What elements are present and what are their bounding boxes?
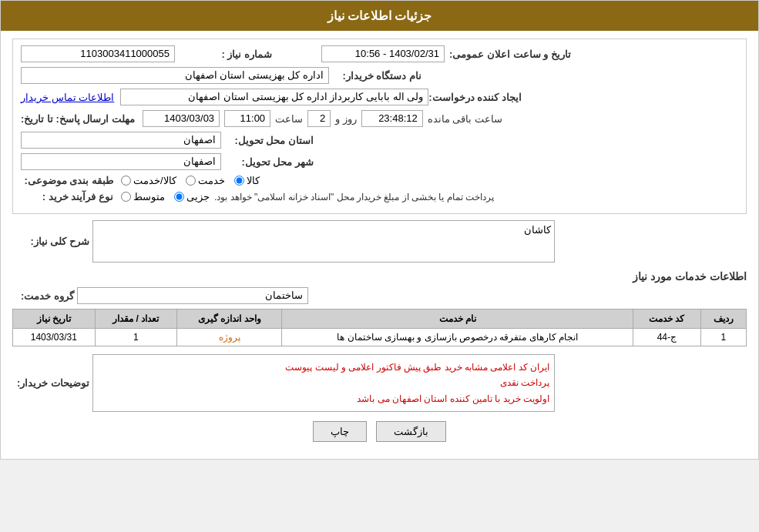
col-radif: ردیف	[700, 309, 746, 329]
buttons-row: بازگشت چاپ	[12, 421, 747, 442]
info-section: تاریخ و ساعت اعلان عمومی: 1403/02/31 - 1…	[12, 38, 747, 214]
radio-khedmat-item: خدمت	[186, 175, 225, 186]
btn-bazgasht[interactable]: بازگشت	[376, 421, 446, 442]
radio-motavaset-label: متوسط	[133, 191, 165, 202]
saat-value: 11:00	[224, 110, 270, 127]
radio-khedmat[interactable]	[186, 176, 196, 186]
row-namDastgah: نام دستگاه خریدار: اداره کل بهزیستی استا…	[21, 67, 738, 84]
row-tabaqebandi: کالا/خدمت خدمت کالا طبقه بندی موضوعی:	[21, 175, 738, 186]
row-tozihKharidar: ایران کد اعلامی مشابه خرید طبق پیش فاکتو…	[12, 354, 747, 412]
radio-jozi-label: جزیی	[186, 191, 210, 202]
groheKhadamat-label: گروه خدمت:	[12, 290, 74, 302]
ettelaatKhadamat-title: اطلاعات خدمات مورد نیاز	[12, 270, 747, 283]
col-vahed: واحد اندازه گیری	[177, 309, 282, 329]
row-shomareNiaz: تاریخ و ساعت اعلان عمومی: 1403/02/31 - 1…	[21, 45, 738, 62]
col-kodKhadamat: کد خدمت	[633, 309, 701, 329]
btn-chap[interactable]: چاپ	[313, 421, 367, 442]
row-ijadKonande: ایجاد کننده درخواست: ولی اله بابایی کارب…	[21, 89, 738, 105]
groheKhadamat-value: ساختمان	[77, 287, 308, 304]
row-mohlatErsalPasokh: ساعت باقی مانده 23:48:12 روز و 2 ساعت 11…	[21, 110, 738, 127]
row-noeFarayand: پرداخت تمام یا بخشی از مبلغ خریدار محل "…	[21, 191, 738, 202]
noeFarayand-radio-group: متوسط جزیی	[121, 191, 210, 202]
row-sharhKolliNiaz: کاشان شرح کلی نیاز:	[12, 220, 747, 263]
content-area: تاریخ و ساعت اعلان عمومی: 1403/02/31 - 1…	[1, 31, 758, 459]
tarikh-label: تاریخ و ساعت اعلان عمومی:	[449, 49, 571, 60]
col-tarikh: تاریخ نیاز	[13, 309, 96, 329]
tarikh-value: 1403/02/31 - 10:56	[321, 45, 445, 62]
tabaqebandi-radio-group: کالا/خدمت خدمت کالا	[121, 175, 260, 186]
shomareNiaz-label: شماره نیاز :	[180, 49, 272, 60]
shahrMahale-value: اصفهان	[21, 153, 221, 170]
shomareNiaz-value: 1103003411000055	[21, 45, 175, 62]
ostanMahale-label: استان محل تحویل:	[221, 135, 314, 146]
radio-motavaset[interactable]	[121, 192, 131, 202]
tabaqebandi-label: طبقه بندی موضوعی:	[21, 175, 113, 186]
cell-tarikh: 1403/03/31	[13, 329, 96, 346]
sharhKolliNiaz-value: کاشان	[92, 220, 555, 263]
remaining-value: 23:48:12	[361, 110, 423, 127]
table-row: 1 ج-44 انجام کارهای متفرقه درخصوص بازساز…	[13, 329, 747, 346]
tozih-line1: ایران کد اعلامی مشابه خرید طبق پیش فاکتو…	[98, 360, 549, 375]
namDastgah-label: نام دستگاه خریدار:	[329, 70, 421, 82]
page-header: جزئیات اطلاعات نیاز	[1, 1, 758, 31]
row-groheKhadamat: ساختمان گروه خدمت:	[12, 287, 747, 304]
radio-kala[interactable]	[234, 176, 244, 186]
radio-kala-item: کالا	[234, 175, 260, 186]
radio-kala-khedmat[interactable]	[121, 176, 131, 186]
noeFarayand-label: نوع فرآیند خرید :	[21, 191, 113, 202]
main-container: جزئیات اطلاعات نیاز تاریخ و ساعت اعلان ع…	[0, 0, 759, 460]
ijadKonande-label: ایجاد کننده درخواست:	[428, 92, 522, 103]
tozihKharidar-value: ایران کد اعلامی مشابه خرید طبق پیش فاکتو…	[92, 354, 555, 412]
sharhKolliNiaz-label: شرح کلی نیاز:	[12, 236, 89, 247]
date-value: 1403/03/03	[143, 110, 220, 127]
cell-radif: 1	[700, 329, 746, 346]
cell-vahed: پروژه	[177, 329, 282, 346]
mohlatErsalPasokh-label: مهلت ارسال پاسخ: تا تاریخ:	[21, 113, 135, 125]
tozih-line2: پرداخت نقدی	[98, 375, 549, 390]
row-shahrMahale: شهر محل تحویل: اصفهان	[21, 153, 738, 170]
radio-kala-khedmat-item: کالا/خدمت	[121, 175, 176, 186]
col-namKhadamat: نام خدمت	[282, 309, 633, 329]
radio-kala-label: کالا	[247, 175, 260, 186]
radio-jozi-item: جزیی	[174, 191, 210, 202]
cell-tedad: 1	[95, 329, 176, 346]
cell-namKhadamat: انجام کارهای متفرقه درخصوص بازسازی و بهس…	[282, 329, 633, 346]
col-tedad: تعداد / مقدار	[95, 309, 176, 329]
rooz-value: 2	[307, 110, 331, 127]
shahrMahale-label: شهر محل تحویل:	[221, 156, 314, 168]
cell-kodKhadamat: ج-44	[633, 329, 701, 346]
radio-khedmat-label: خدمت	[198, 175, 225, 186]
service-table: ردیف کد خدمت نام خدمت واحد اندازه گیری ت…	[12, 309, 747, 346]
tozihKharidar-label: توضیحات خریدار:	[12, 377, 89, 389]
tozih-line3: اولویت خرید با تامین کننده استان اصفهان …	[98, 391, 549, 407]
rooz-label: روز و	[335, 113, 357, 125]
saat-label: ساعت	[275, 113, 303, 125]
page-title: جزئیات اطلاعات نیاز	[327, 9, 432, 22]
radio-jozi[interactable]	[174, 192, 184, 202]
ostanMahale-value: اصفهان	[21, 132, 221, 149]
noeFarayand-note: پرداخت تمام یا بخشی از مبلغ خریدار محل "…	[214, 192, 494, 202]
remaining-label: ساعت باقی مانده	[428, 113, 502, 125]
ijadKonande-value: ولی اله بابایی کاربرداز اداره کل بهزیستی…	[120, 89, 428, 105]
radio-kala-khedmat-label: کالا/خدمت	[133, 175, 176, 186]
radio-motavaset-item: متوسط	[121, 191, 165, 202]
row-ostanMahale: استان محل تحویل: اصفهان	[21, 132, 738, 149]
namDastgah-value: اداره کل بهزیستی استان اصفهان	[21, 67, 329, 84]
ettela-link[interactable]: اطلاعات تماس خریدار	[21, 92, 114, 103]
